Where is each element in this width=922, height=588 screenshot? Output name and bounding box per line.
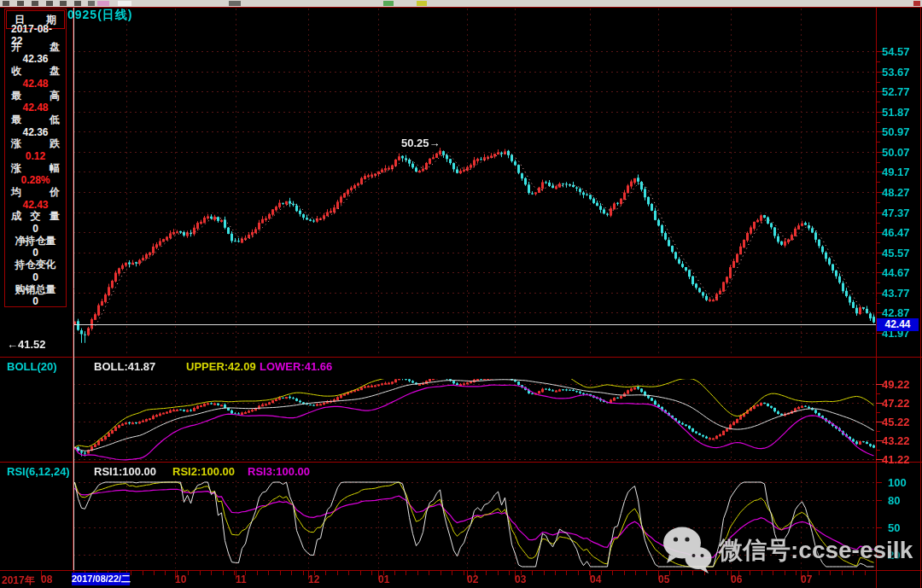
boll-lower-value: LOWER:41.66 — [260, 360, 332, 373]
toolbar-icon[interactable] — [229, 1, 241, 6]
main-price-tick: 52.77 — [882, 85, 910, 98]
info-field-label: 成交量 — [5, 211, 66, 223]
toolbar-icon[interactable] — [74, 1, 81, 6]
toolbar-icon[interactable] — [17, 1, 24, 6]
main-price-tick: 49.17 — [882, 166, 910, 178]
toolbar-icon[interactable] — [97, 1, 109, 6]
month-label: 10 — [175, 573, 186, 585]
month-label: 2017年 — [2, 573, 35, 588]
main-price-tick: 48.27 — [882, 186, 910, 199]
info-field-label: 开盘 — [5, 41, 66, 53]
rsi1-value: RSI1:100.00 — [94, 465, 156, 478]
wechat-icon — [661, 524, 714, 577]
toolbar-icon[interactable] — [32, 1, 38, 6]
toolbar-icon[interactable] — [383, 1, 394, 6]
last-price-tag: 42.44 — [877, 318, 919, 331]
chart-canvas[interactable] — [0, 0, 922, 588]
toolbar-icon[interactable] — [88, 1, 95, 6]
month-label: 03 — [515, 573, 526, 585]
rsi-value-tick: 80 — [888, 494, 900, 507]
main-price-tick: 50.07 — [882, 146, 910, 159]
main-price-tick: 43.77 — [882, 287, 910, 300]
watermark: 微信号:ccse-esilk — [661, 520, 919, 581]
toolbar-icon[interactable] — [913, 1, 920, 6]
toolbar-icon[interactable] — [46, 1, 53, 6]
boll-price-tick: 47.22 — [882, 397, 910, 410]
main-price-tick: 45.57 — [882, 247, 910, 259]
main-price-tick: 53.67 — [882, 66, 910, 79]
main-price-tick: 46.47 — [882, 226, 910, 239]
month-label: 04 — [590, 573, 601, 585]
rsi-value-tick: 100 — [888, 476, 907, 489]
main-price-tick: 44.67 — [882, 266, 910, 279]
main-price-tick: 47.37 — [882, 207, 910, 219]
month-label: 11 — [236, 573, 247, 585]
month-label: 01 — [378, 573, 389, 585]
boll-header: BOLL(20) BOLL:41.87 UPPER:42.09 LOWER:41… — [0, 360, 922, 375]
info-field-label: 涨跌 — [5, 138, 66, 150]
boll-price-tick: 43.22 — [882, 434, 910, 447]
info-field-value: 0 — [5, 295, 66, 307]
rsi2-value: RSI2:100.00 — [172, 465, 235, 478]
info-panel-rows: 2017-08-22开盘42.36收盘42.48最高42.48最低42.36涨跌… — [5, 29, 66, 307]
watermark-text: 微信号:ccse-esilk — [719, 534, 913, 567]
boll-price-tick: 45.22 — [882, 416, 910, 428]
low-price-annotation: ←41.52 — [7, 338, 46, 351]
selected-date-tag: 2017/08/22/二 — [72, 573, 130, 585]
rsi-header: RSI(6,12,24) RSI1:100.00 RSI2:100.00 RSI… — [0, 465, 922, 480]
peak-price-annotation: 50.25→ — [401, 137, 441, 149]
toolbar-strip[interactable] — [0, 0, 922, 7]
info-field-label: 收盘 — [5, 66, 66, 78]
boll-indicator-name[interactable]: BOLL(20) — [7, 360, 57, 373]
boll-mid-value: BOLL:41.87 — [94, 360, 155, 373]
main-price-tick: 50.97 — [882, 125, 910, 138]
quote-info-panel: 日期 2017-08-22开盘42.36收盘42.48最高42.48最低42.3… — [4, 9, 67, 307]
info-field-label: 均价 — [5, 186, 66, 198]
info-field-label: 最高 — [5, 90, 66, 102]
info-field-label: 净持仓量 — [5, 235, 66, 247]
main-price-tick: 51.87 — [882, 106, 910, 119]
toolbar-icon[interactable] — [118, 1, 131, 6]
month-label: 02 — [467, 573, 478, 585]
month-label: 12 — [308, 573, 319, 585]
futures-trading-app: 0925(日线) 日期 2017-08-22开盘42.36收盘42.48最高42… — [0, 0, 922, 588]
boll-upper-value: UPPER:42.09 — [186, 360, 256, 373]
boll-price-tick: 49.22 — [882, 378, 910, 391]
info-field-label: 持仓变化 — [5, 259, 66, 271]
info-field-label: 购销总量 — [5, 283, 66, 295]
contract-title: 0925(日线) — [67, 8, 132, 23]
month-label: 08 — [41, 573, 52, 585]
boll-price-tick: 41.22 — [882, 453, 910, 466]
info-field-label: 涨幅 — [5, 162, 66, 174]
toolbar-icon[interactable] — [3, 1, 9, 6]
rsi-indicator-name[interactable]: RSI(6,12,24) — [7, 465, 70, 478]
toolbar-icon[interactable] — [60, 1, 67, 6]
main-price-tick: 54.57 — [882, 45, 910, 58]
info-field-label: 最低 — [5, 114, 66, 125]
rsi3-value: RSI3:100.00 — [248, 465, 310, 478]
toolbar-icon[interactable] — [417, 1, 427, 6]
